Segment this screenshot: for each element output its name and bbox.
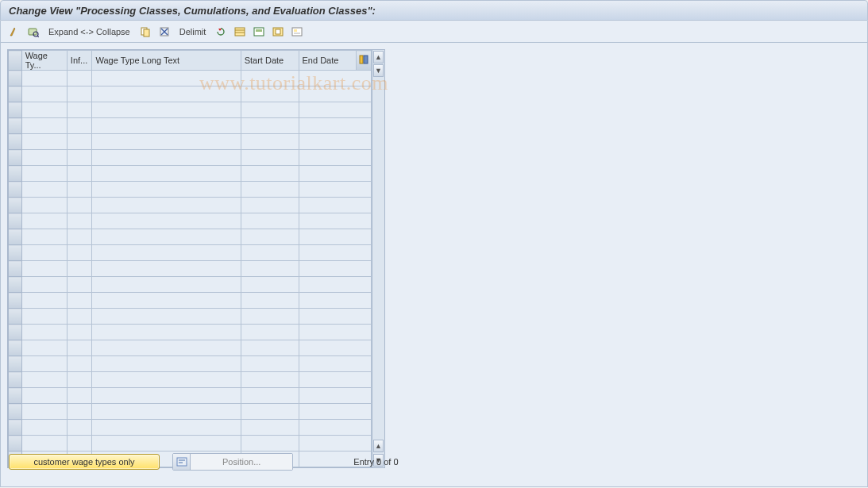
cell-start-date[interactable]: [241, 71, 299, 86]
cell-wage-type[interactable]: [21, 134, 67, 150]
cell-wage-type[interactable]: [21, 102, 67, 118]
cell-end-date[interactable]: [299, 118, 372, 134]
row-selector[interactable]: [9, 340, 22, 356]
cell-wage-type[interactable]: [21, 86, 67, 102]
position-button-group[interactable]: Position...: [172, 453, 293, 471]
cell-long-text[interactable]: [92, 102, 241, 118]
cell-inf[interactable]: [67, 118, 92, 134]
cell-long-text[interactable]: [92, 420, 241, 436]
cell-long-text[interactable]: [92, 134, 241, 150]
cell-long-text[interactable]: [92, 245, 241, 261]
row-selector[interactable]: [9, 420, 22, 436]
row-selector[interactable]: [9, 245, 22, 261]
cell-end-date[interactable]: [299, 198, 372, 213]
cell-start-date[interactable]: [241, 102, 299, 118]
row-selector[interactable]: [9, 134, 22, 150]
cell-long-text[interactable]: [92, 86, 241, 102]
select-block-icon[interactable]: [252, 25, 266, 39]
find-icon[interactable]: [26, 25, 41, 39]
col-start-date[interactable]: Start Date: [241, 51, 299, 71]
table-row[interactable]: [9, 309, 372, 325]
table-row[interactable]: [9, 277, 372, 293]
table-row[interactable]: [9, 388, 372, 404]
col-long-text[interactable]: Wage Type Long Text: [92, 51, 241, 71]
cell-long-text[interactable]: [92, 198, 241, 213]
cell-end-date[interactable]: [299, 102, 372, 118]
select-all-rows[interactable]: [9, 51, 22, 71]
table-row[interactable]: [9, 166, 372, 182]
cell-end-date[interactable]: [299, 277, 372, 293]
cell-wage-type[interactable]: [21, 293, 67, 309]
cell-end-date[interactable]: [299, 340, 372, 356]
cell-wage-type[interactable]: [21, 309, 67, 325]
cell-wage-type[interactable]: [21, 213, 67, 229]
cell-end-date[interactable]: [299, 261, 372, 277]
table-row[interactable]: [9, 261, 372, 277]
cell-wage-type[interactable]: [21, 166, 67, 182]
cell-inf[interactable]: [67, 277, 92, 293]
table-row[interactable]: [9, 102, 372, 118]
cell-start-date[interactable]: [241, 198, 299, 213]
cell-inf[interactable]: [67, 420, 92, 436]
cell-end-date[interactable]: [299, 293, 372, 309]
cell-inf[interactable]: [67, 166, 92, 182]
cell-long-text[interactable]: [92, 356, 241, 372]
cell-inf[interactable]: [67, 213, 92, 229]
row-selector[interactable]: [9, 182, 22, 198]
cell-start-date[interactable]: [241, 86, 299, 102]
row-selector[interactable]: [9, 198, 22, 213]
cell-long-text[interactable]: [92, 118, 241, 134]
row-selector[interactable]: [9, 261, 22, 277]
cell-wage-type[interactable]: [21, 325, 67, 340]
cell-end-date[interactable]: [299, 213, 372, 229]
cell-start-date[interactable]: [241, 150, 299, 166]
copy-icon[interactable]: [138, 25, 152, 39]
cell-wage-type[interactable]: [21, 404, 67, 420]
cell-end-date[interactable]: [299, 150, 372, 166]
cell-long-text[interactable]: [92, 71, 241, 86]
cell-wage-type[interactable]: [21, 261, 67, 277]
table-row[interactable]: [9, 198, 372, 213]
cell-end-date[interactable]: [299, 420, 372, 436]
row-selector[interactable]: [9, 166, 22, 182]
table-row[interactable]: [9, 229, 372, 245]
table-row[interactable]: [9, 245, 372, 261]
cell-inf[interactable]: [67, 102, 92, 118]
cell-inf[interactable]: [67, 198, 92, 213]
table-row[interactable]: [9, 404, 372, 420]
cell-start-date[interactable]: [241, 340, 299, 356]
col-wage-type[interactable]: Wage Ty...: [21, 51, 67, 71]
cell-end-date[interactable]: [299, 309, 372, 325]
cell-wage-type[interactable]: [21, 356, 67, 372]
cell-inf[interactable]: [67, 229, 92, 245]
cell-inf[interactable]: [67, 293, 92, 309]
table-row[interactable]: [9, 372, 372, 388]
cell-long-text[interactable]: [92, 372, 241, 388]
cell-end-date[interactable]: [299, 245, 372, 261]
cell-start-date[interactable]: [241, 356, 299, 372]
cell-long-text[interactable]: [92, 150, 241, 166]
customer-wage-types-button[interactable]: customer wage types only: [9, 454, 160, 470]
cell-long-text[interactable]: [92, 340, 241, 356]
cell-long-text[interactable]: [92, 229, 241, 245]
cell-start-date[interactable]: [241, 182, 299, 198]
cell-start-date[interactable]: [241, 118, 299, 134]
cell-long-text[interactable]: [92, 388, 241, 404]
table-row[interactable]: [9, 134, 372, 150]
cell-inf[interactable]: [67, 325, 92, 340]
cell-inf[interactable]: [67, 86, 92, 102]
cell-long-text[interactable]: [92, 436, 241, 451]
cell-end-date[interactable]: [299, 86, 372, 102]
cell-inf[interactable]: [67, 150, 92, 166]
cell-wage-type[interactable]: [21, 388, 67, 404]
cell-start-date[interactable]: [241, 166, 299, 182]
cell-long-text[interactable]: [92, 309, 241, 325]
cell-long-text[interactable]: [92, 261, 241, 277]
scroll-track[interactable]: [372, 78, 384, 439]
select-all-icon[interactable]: [233, 25, 247, 39]
row-selector[interactable]: [9, 388, 22, 404]
table-row[interactable]: [9, 71, 372, 86]
other-view-icon[interactable]: [7, 25, 21, 39]
cell-inf[interactable]: [67, 309, 92, 325]
table-row[interactable]: [9, 86, 372, 102]
